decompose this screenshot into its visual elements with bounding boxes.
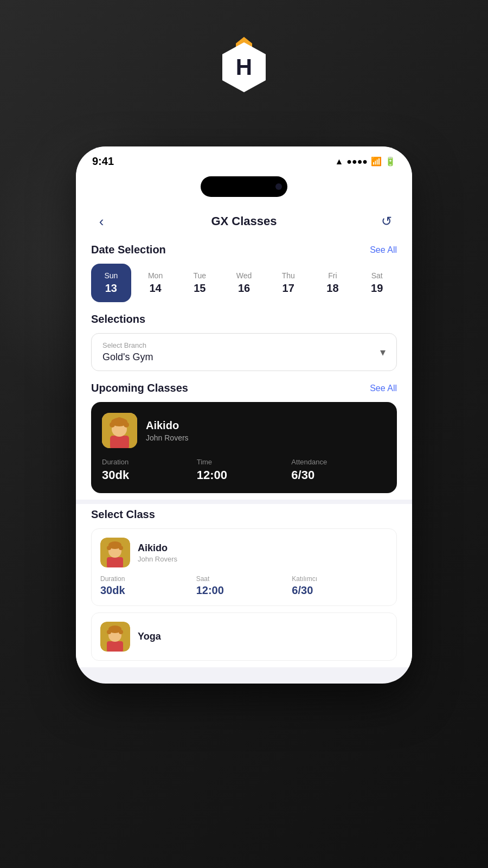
class-instructor: John Rovers [146, 433, 189, 442]
stat-time-label: Time [197, 458, 292, 466]
date-item-thu17[interactable]: Thu 17 [268, 264, 309, 302]
date-num-label: 13 [105, 282, 117, 295]
dynamic-island [76, 176, 412, 201]
list-class-name: Aikido [138, 542, 177, 554]
date-num-label: 14 [149, 282, 161, 295]
bars-icon: ●●●● [346, 157, 368, 167]
wifi-icon: 📶 [371, 156, 382, 167]
stat-attendance-label: Attendance [291, 458, 386, 466]
yoga-class-name: Yoga [138, 631, 161, 642]
app-content: ‹ GX Classes ↺ Date Selection See All Su… [76, 201, 412, 667]
date-day-label: Mon [148, 271, 163, 280]
date-item-mon14[interactable]: Mon 14 [136, 264, 176, 302]
date-day-label: Thu [282, 271, 295, 280]
svg-point-17 [119, 546, 123, 550]
page-header: ‹ GX Classes ↺ [76, 201, 412, 239]
list-item-yoga[interactable]: Yoga [91, 612, 397, 661]
date-item-tue15[interactable]: Tue 15 [179, 264, 220, 302]
list-stat-katilimci-label: Katılımcı [292, 575, 388, 583]
list-stat-saat: Saat 12:00 [196, 575, 292, 597]
list-item-aikido-info: Aikido John Rovers [138, 542, 177, 563]
date-day-label: Sun [104, 271, 118, 280]
svg-rect-19 [107, 641, 123, 652]
date-day-label: Sat [371, 271, 383, 280]
yoga-info: Yoga [138, 631, 161, 642]
logo-area: H [209, 33, 279, 103]
class-card-header: Aikido John Rovers [102, 413, 386, 448]
svg-text:H: H [236, 54, 252, 80]
date-section-header: Date Selection See All [91, 244, 397, 256]
status-time: 9:41 [92, 155, 114, 168]
class-name: Aikido [146, 419, 189, 432]
back-arrow-icon: ‹ [99, 213, 104, 230]
svg-rect-13 [107, 557, 123, 567]
date-day-label: Wed [236, 271, 252, 280]
app-logo: H [209, 33, 279, 103]
date-day-label: Tue [193, 271, 206, 280]
svg-point-11 [116, 417, 123, 424]
list-stat-duration-label: Duration [100, 575, 196, 583]
stat-time: Time 12:00 [197, 458, 292, 482]
battery-icon: 🔋 [385, 156, 396, 167]
stat-attendance: Attendance 6/30 [291, 458, 386, 482]
stat-duration: Duration 30dk [102, 458, 197, 482]
selections-title: Selections [91, 313, 145, 326]
class-avatar [102, 413, 137, 448]
avatar-image [102, 413, 137, 448]
yoga-header: Yoga [100, 622, 388, 652]
island-pill [201, 176, 287, 197]
selections-section: Selections Select Branch Gold's Gym ▾ [76, 309, 412, 378]
status-icons: ▲ ●●●● 📶 🔋 [335, 156, 396, 167]
select-class-section: Select Class [76, 504, 412, 667]
branch-label: Select Branch [102, 341, 386, 349]
phone-frame: 9:41 ▲ ●●●● 📶 🔋 ‹ GX Classes ↺ Date [76, 146, 412, 684]
date-see-all[interactable]: See All [370, 245, 397, 255]
date-day-label: Fri [328, 271, 337, 280]
list-item-aikido-header: Aikido John Rovers [100, 538, 388, 567]
class-stats: Duration 30dk Time 12:00 Attendance 6/30 [102, 458, 386, 482]
upcoming-see-all[interactable]: See All [370, 384, 397, 393]
date-num-label: 16 [238, 282, 250, 295]
list-stat-duration-value: 30dk [100, 584, 196, 597]
upcoming-class-card[interactable]: Aikido John Rovers Duration 30dk Time 12… [91, 402, 397, 493]
history-button[interactable]: ↺ [376, 211, 397, 232]
page-title: GX Classes [211, 214, 277, 228]
upcoming-classes-section: Upcoming Classes See All [76, 378, 412, 500]
date-item-sun13[interactable]: Sun 13 [91, 264, 131, 302]
svg-point-10 [122, 419, 127, 425]
date-item-wed16[interactable]: Wed 16 [224, 264, 264, 302]
status-bar: 9:41 ▲ ●●●● 📶 🔋 [76, 146, 412, 176]
date-section-title: Date Selection [91, 244, 166, 256]
date-num-label: 19 [371, 282, 383, 295]
branch-value: Gold's Gym [102, 352, 386, 363]
date-num-label: 17 [282, 282, 294, 295]
branch-selector[interactable]: Select Branch Gold's Gym ▾ [91, 333, 397, 371]
svg-point-22 [107, 630, 111, 634]
stat-duration-label: Duration [102, 458, 197, 466]
list-class-instructor: John Rovers [138, 555, 177, 563]
date-num-label: 15 [194, 282, 206, 295]
list-class-stats: Duration 30dk Saat 12:00 Katılımcı 6/30 [100, 575, 388, 597]
svg-rect-4 [110, 436, 129, 448]
list-avatar-aikido [100, 538, 130, 567]
back-button[interactable]: ‹ [91, 211, 112, 232]
svg-point-9 [111, 419, 117, 425]
list-stat-katilimci-value: 6/30 [292, 584, 388, 597]
signal-icon: ▲ [335, 157, 344, 167]
list-avatar-yoga [100, 622, 130, 652]
list-stat-duration: Duration 30dk [100, 575, 196, 597]
history-icon: ↺ [381, 214, 392, 229]
svg-point-23 [119, 630, 123, 634]
list-item-aikido[interactable]: Aikido John Rovers Duration 30dk Saat 12… [91, 528, 397, 606]
section-divider [76, 500, 412, 504]
upcoming-title: Upcoming Classes [91, 382, 188, 394]
svg-point-16 [107, 546, 111, 550]
list-stat-saat-label: Saat [196, 575, 292, 583]
date-item-sat19[interactable]: Sat 19 [357, 264, 397, 302]
date-num-label: 18 [326, 282, 338, 295]
date-selector: Sun 13 Mon 14 Tue 15 Wed 16 [91, 264, 397, 302]
date-item-fri18[interactable]: Fri 18 [313, 264, 353, 302]
selections-header: Selections [91, 313, 397, 326]
list-stat-saat-value: 12:00 [196, 584, 292, 597]
stat-time-value: 12:00 [197, 468, 292, 482]
